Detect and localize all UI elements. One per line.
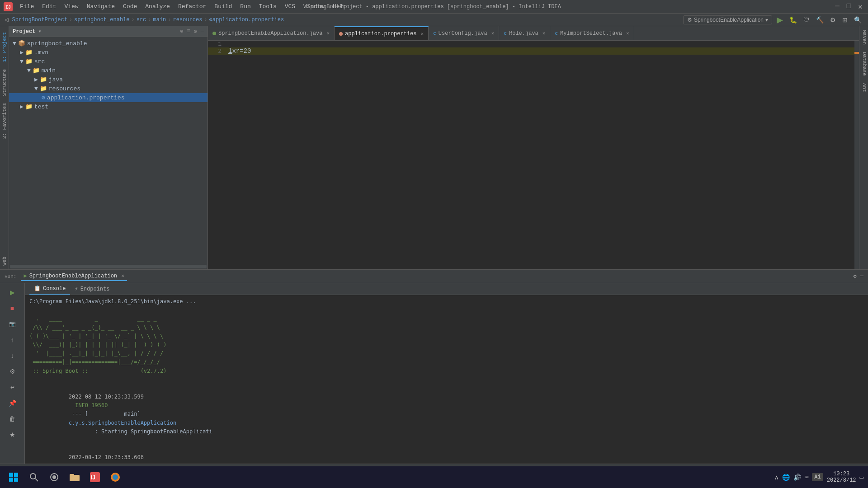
tree-item-root[interactable]: ▼ 📦 springboot_enable: [9, 39, 208, 48]
sidebar-tab-structure[interactable]: Structure: [1, 66, 8, 99]
breadcrumb-project[interactable]: SpringBootProject: [12, 17, 67, 23]
tree-item-appprops[interactable]: ⚙ application.properties: [9, 93, 208, 102]
menu-tools[interactable]: Tools: [255, 2, 280, 11]
trash-button[interactable]: 🗑: [5, 412, 19, 426]
sidebar-tab-web[interactable]: Web: [1, 253, 8, 269]
tree-item-main[interactable]: ▼ 📁 main: [9, 66, 208, 75]
run-tab-close[interactable]: ✕: [121, 272, 124, 279]
project-scrollbar[interactable]: [10, 265, 207, 268]
firefox-icon: [110, 472, 120, 482]
collapse-icon[interactable]: ≡: [187, 28, 190, 35]
tab-close-2[interactable]: ✕: [421, 31, 424, 37]
rerun-button[interactable]: ▶: [5, 286, 19, 299]
console-output[interactable]: C:\Program Files\Java\jdk1.8.0_251\bin\j…: [25, 295, 868, 464]
start-button[interactable]: [5, 468, 23, 486]
line-content-2[interactable]: lxr=20: [226, 47, 859, 55]
menu-edit[interactable]: Edit: [38, 2, 60, 11]
breadcrumb-main[interactable]: main: [153, 17, 166, 23]
right-tab-maven[interactable]: Maven: [859, 26, 868, 48]
editor-content[interactable]: 1 2 lxr=20: [208, 41, 859, 269]
tab-close-1[interactable]: ✕: [326, 30, 330, 36]
scroll-down-button[interactable]: ↓: [5, 349, 19, 362]
tree-item-test[interactable]: ▶ 📁 test: [9, 102, 208, 111]
menu-view[interactable]: View: [61, 2, 82, 11]
build-button[interactable]: 🔨: [814, 15, 826, 24]
tab-icon-import: c: [555, 31, 558, 36]
menu-refactor[interactable]: Refactor: [175, 2, 210, 11]
task-view-button[interactable]: [45, 468, 63, 486]
back-button[interactable]: ◁: [5, 16, 8, 23]
run-settings-icon[interactable]: ⚙: [854, 273, 857, 280]
breadcrumb-resources[interactable]: resources: [173, 17, 203, 23]
project-panel-dropdown[interactable]: ▾: [38, 28, 41, 35]
run-button[interactable]: ▶: [775, 14, 785, 26]
tab-springboot-enable-app[interactable]: SpringbootEnableApplication.java ✕: [208, 26, 335, 40]
menu-build[interactable]: Build: [211, 2, 236, 11]
tab-close-3[interactable]: ✕: [491, 30, 495, 36]
clock[interactable]: 10:23 2022/8/12: [827, 471, 856, 483]
keyboard-icon[interactable]: ⌨: [805, 474, 808, 481]
taskbar: IJ ∧ 🌐 🔊 ⌨ Ai 10:23 2022/8/12 ▭: [0, 466, 868, 488]
line-text-2: xr=20: [232, 47, 251, 55]
right-tab-database[interactable]: Database: [859, 48, 868, 80]
camera-button[interactable]: 📷: [5, 317, 19, 331]
tab-app-properties[interactable]: application.properties ✕: [335, 26, 429, 40]
run-config-dropdown[interactable]: ⚙ SpringbootEnableApplication ▾: [683, 15, 772, 24]
tree-item-mvn[interactable]: ▶ 📁 .mvn: [9, 48, 208, 57]
menu-analyze[interactable]: Analyze: [142, 2, 174, 11]
right-tab-ant[interactable]: Ant: [859, 80, 868, 96]
run-with-coverage-button[interactable]: 🛡: [802, 15, 811, 24]
search-taskbar-button[interactable]: [25, 468, 43, 486]
task-view-icon: [50, 473, 59, 482]
show-desktop-button[interactable]: ▭: [860, 474, 863, 481]
breadcrumb-src[interactable]: src: [137, 17, 146, 23]
file-explorer-button[interactable]: [66, 468, 84, 486]
chevron-up-tray-icon[interactable]: ∧: [774, 474, 778, 481]
menu-run[interactable]: Run: [236, 2, 254, 11]
menu-vcs[interactable]: VCS: [281, 2, 299, 11]
debug-button[interactable]: 🐛: [788, 15, 799, 24]
locate-icon[interactable]: ⊕: [180, 28, 183, 35]
tab-myimportselect[interactable]: c MyImportSelect.java ✕: [550, 26, 634, 40]
star-button[interactable]: ★: [5, 428, 19, 441]
minimize-panel-icon[interactable]: ─: [201, 28, 204, 35]
pin-button[interactable]: 📌: [5, 396, 19, 410]
settings-button[interactable]: ⚙: [828, 15, 838, 24]
sidebar-tab-project[interactable]: 1: Project: [1, 28, 8, 66]
tree-item-java[interactable]: ▶ 📁 java: [9, 75, 208, 84]
breadcrumb-file[interactable]: application.properties: [212, 17, 284, 23]
settings-icon[interactable]: ⚙: [194, 28, 197, 35]
close-button[interactable]: ✕: [856, 2, 864, 11]
tree-label-mvn: .mvn: [34, 49, 48, 56]
layout-button[interactable]: ⊞: [840, 15, 849, 24]
intellij-taskbar-button[interactable]: IJ: [86, 468, 104, 486]
sidebar-tab-favorites[interactable]: 2: Favorites: [1, 99, 8, 142]
run-minimize-icon[interactable]: ─: [860, 273, 863, 280]
menu-code[interactable]: Code: [119, 2, 141, 11]
wrap-button[interactable]: ↩: [5, 380, 19, 394]
tab-close-5[interactable]: ✕: [626, 30, 629, 36]
scroll-up-button[interactable]: ↑: [5, 333, 19, 347]
menu-navigate[interactable]: Navigate: [83, 2, 118, 11]
tab-userconfig[interactable]: c UserConfig.java ✕: [429, 26, 499, 40]
tree-label-appprops: application.properties: [47, 94, 125, 101]
volume-icon[interactable]: 🔊: [793, 474, 801, 481]
title-bar: IJ File Edit View Navigate Code Analyze …: [0, 0, 868, 14]
minimize-button[interactable]: ─: [833, 2, 841, 11]
maximize-button[interactable]: □: [845, 2, 853, 11]
network-icon[interactable]: 🌐: [782, 474, 790, 481]
run-tab-app[interactable]: ▶ SpringbootEnableApplication ✕: [21, 272, 127, 281]
search-toolbar-button[interactable]: 🔍: [852, 15, 863, 24]
menu-file[interactable]: File: [16, 2, 38, 11]
tab-close-4[interactable]: ✕: [542, 30, 546, 36]
settings-run-button[interactable]: ⚙: [5, 365, 19, 378]
endpoints-tab[interactable]: ⚡ Endpoints: [70, 283, 114, 295]
tree-item-src[interactable]: ▼ 📁 src: [9, 57, 208, 66]
firefox-taskbar-button[interactable]: [106, 468, 124, 486]
expand-icon: ▼: [13, 40, 16, 47]
tree-item-resources[interactable]: ▼ 📁 resources: [9, 84, 208, 93]
breadcrumb-module[interactable]: springboot_enable: [74, 17, 129, 23]
tab-role[interactable]: c Role.java ✕: [499, 26, 550, 40]
console-tab[interactable]: 📋 Console: [29, 283, 70, 295]
stop-button[interactable]: ■: [5, 301, 19, 315]
